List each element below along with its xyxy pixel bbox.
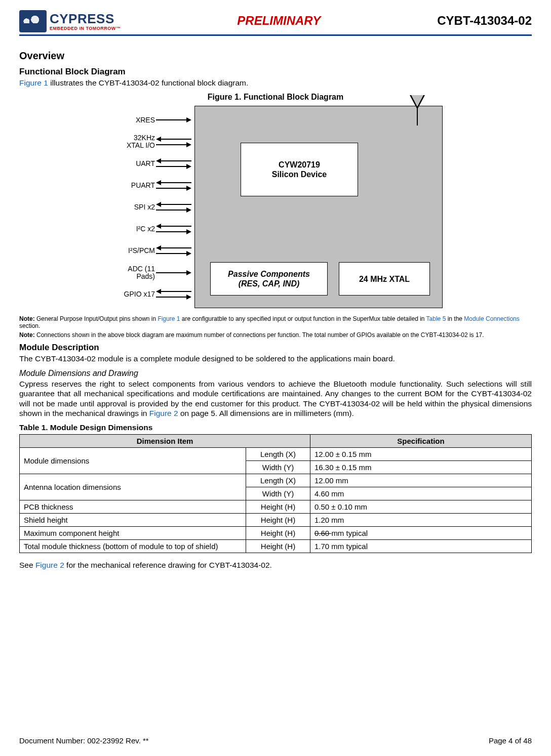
module-dimensions-body: Cypress reserves the right to select com… xyxy=(19,379,532,418)
signal-label: ADC (11 Pads) xyxy=(108,265,156,280)
cell-axis: Height (H) xyxy=(246,514,310,527)
logo-icon xyxy=(19,10,47,32)
module-description-body: The CYBT-413034-02 module is a complete … xyxy=(19,354,532,363)
cell-axis: Width (Y) xyxy=(246,461,310,474)
figure-1-link-inline[interactable]: Figure 1 xyxy=(158,315,180,322)
cell-axis: Length (X) xyxy=(246,448,310,461)
cell-item: Total module thickness (bottom of module… xyxy=(20,540,246,553)
see-fig2-a: See xyxy=(19,561,35,569)
arrow-icon xyxy=(156,271,191,275)
cell-item: PCB thickness xyxy=(20,500,246,514)
signal-row: 32KHz XTAL I/O xyxy=(108,132,194,151)
table-header-row: Dimension Item Specification xyxy=(20,435,532,448)
part-number: CYBT-413034-02 xyxy=(437,14,532,28)
table-row: Total module thickness (bottom of module… xyxy=(20,540,532,553)
cell-axis: Height (H) xyxy=(246,527,310,540)
cell-axis: Width (Y) xyxy=(246,487,310,500)
arrow-icon xyxy=(156,224,191,234)
signal-label: I²S/PCM xyxy=(108,247,156,255)
dimensions-table: Dimension Item Specification Module dime… xyxy=(19,434,532,553)
module-dimensions-heading: Module Dimensions and Drawing xyxy=(19,369,532,378)
cell-spec: 1.20 mm xyxy=(310,514,532,527)
xtal-box: 24 MHz XTAL xyxy=(339,262,430,296)
arrow-icon xyxy=(156,202,191,212)
figure-2-link[interactable]: Figure 2 xyxy=(149,409,178,417)
note-1-a: General Purpose Input/Output pins shown … xyxy=(36,315,158,322)
page-header: CYPRESS EMBEDDED IN TOMORROW™ PRELIMINAR… xyxy=(19,10,532,36)
table-row: Module dimensionsLength (X)12.00 ± 0.15 … xyxy=(20,448,532,461)
note-1-c: in the xyxy=(446,315,464,322)
note-2-body: Connections shown in the above block dia… xyxy=(36,331,484,339)
cell-spec: 0.50 ± 0.10 mm xyxy=(310,500,532,514)
block-diagram: XRES32KHz XTAL I/OUARTPUARTSPI x2I²C x2I… xyxy=(108,106,443,308)
table-row: Shield heightHeight (H)1.20 mm xyxy=(20,514,532,527)
logo-text-main: CYPRESS xyxy=(50,12,121,25)
table-row: Antenna location dimensionsLength (X)12.… xyxy=(20,474,532,487)
figure-1-caption: Figure 1. Functional Block Diagram xyxy=(19,93,532,102)
signal-column: XRES32KHz XTAL I/OUARTPUARTSPI x2I²C x2I… xyxy=(108,106,194,308)
figure-2-link-2[interactable]: Figure 2 xyxy=(35,561,64,569)
brand-logo: CYPRESS EMBEDDED IN TOMORROW™ xyxy=(19,10,121,34)
note-label-2: Note: xyxy=(19,331,36,339)
logo-text-sub: EMBEDDED IN TOMORROW™ xyxy=(50,26,121,31)
signal-label: 32KHz XTAL I/O xyxy=(108,134,156,149)
th-specification: Specification xyxy=(310,435,532,448)
signal-row: SPI x2 xyxy=(108,197,194,217)
cell-spec: 0.60 mm typical xyxy=(310,527,532,540)
table-1-caption: Table 1. Module Design Dimensions xyxy=(19,423,532,432)
fbd-intro: Figure 1 illustrates the CYBT-413034-02 … xyxy=(19,78,532,88)
signal-label: PUART xyxy=(108,182,156,189)
fbd-intro-text: illustrates the CYBT-413034-02 functiona… xyxy=(48,78,248,87)
cell-item: Module dimensions xyxy=(20,448,246,474)
table-5-link[interactable]: Table 5 xyxy=(426,315,446,322)
cell-item: Shield height xyxy=(20,514,246,527)
cell-axis: Height (H) xyxy=(246,500,310,514)
module-block: CYW20719 Silicon Device Passive Componen… xyxy=(194,106,443,308)
signal-label: SPI x2 xyxy=(108,203,156,211)
table-row: PCB thicknessHeight (H)0.50 ± 0.10 mm xyxy=(20,500,532,514)
page-number: Page 4 of 48 xyxy=(489,736,532,745)
arrow-icon xyxy=(156,181,191,190)
note-1-b: are configuratble to any specified input… xyxy=(180,315,426,322)
signal-row: GPIO x17 xyxy=(108,285,194,304)
cell-spec: 1.70 mm typical xyxy=(310,540,532,553)
signal-label: UART xyxy=(108,160,156,167)
see-figure-2: See Figure 2 for the mechanical referenc… xyxy=(19,560,532,570)
cell-spec: 12.00 ± 0.15 mm xyxy=(310,448,532,461)
passive-components-box: Passive Components (RES, CAP, IND) xyxy=(210,262,328,296)
cell-item: Antenna location dimensions xyxy=(20,474,246,500)
see-fig2-b: for the mechanical reference drawing for… xyxy=(64,561,272,569)
arrow-icon xyxy=(156,289,191,299)
signal-row: XRES xyxy=(108,110,194,130)
cell-item: Maximum component height xyxy=(20,527,246,540)
signal-row: UART xyxy=(108,154,194,173)
preliminary-label: PRELIMINARY xyxy=(237,14,321,28)
note-label: Note: xyxy=(19,315,36,322)
arrow-icon xyxy=(156,118,191,122)
cell-spec: 4.60 mm xyxy=(310,487,532,500)
cell-axis: Height (H) xyxy=(246,540,310,553)
module-description-heading: Module Description xyxy=(19,343,532,353)
signal-label: XRES xyxy=(108,116,156,124)
document-number: Document Number: 002-23992 Rev. ** xyxy=(19,736,149,745)
th-dimension-item: Dimension Item xyxy=(20,435,310,448)
arrow-icon xyxy=(156,137,191,147)
module-connections-link[interactable]: Module Connections xyxy=(464,315,519,322)
signal-row: I²S/PCM xyxy=(108,241,194,261)
antenna-icon xyxy=(410,95,425,125)
cell-spec: 16.30 ± 0.15 mm xyxy=(310,461,532,474)
note-1-d: section. xyxy=(19,322,40,329)
signal-row: I²C x2 xyxy=(108,219,194,238)
signal-row: PUART xyxy=(108,176,194,195)
overview-heading: Overview xyxy=(19,50,532,62)
figure-1-link[interactable]: Figure 1 xyxy=(19,78,48,87)
functional-block-diagram-heading: Functional Block Diagram xyxy=(19,67,532,77)
note-1: Note: General Purpose Input/Output pins … xyxy=(19,315,532,329)
signal-label: GPIO x17 xyxy=(108,290,156,298)
cell-spec: 12.00 mm xyxy=(310,474,532,487)
dims-body-b: on page 5. All dimensions are in millime… xyxy=(178,409,354,417)
silicon-device-box: CYW20719 Silicon Device xyxy=(241,143,358,196)
page-footer: Document Number: 002-23992 Rev. ** Page … xyxy=(19,736,532,745)
arrow-icon xyxy=(156,159,191,169)
note-2: Note: Connections shown in the above blo… xyxy=(19,331,532,339)
